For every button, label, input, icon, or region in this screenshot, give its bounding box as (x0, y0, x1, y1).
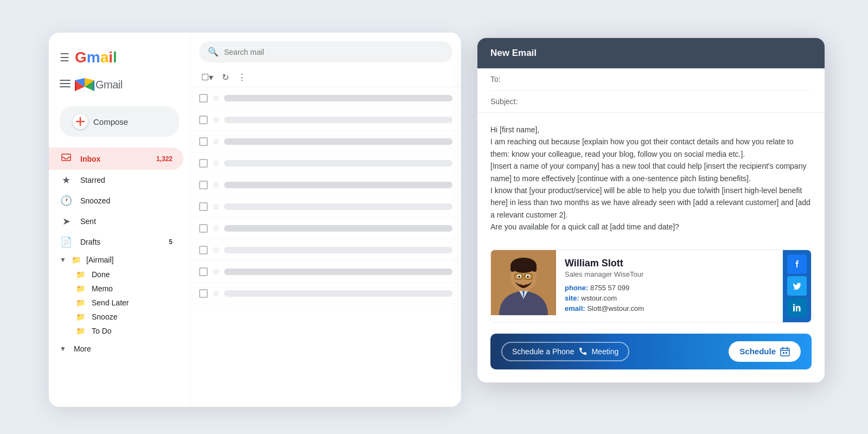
email-preview (224, 95, 452, 101)
star-icon[interactable]: ☆ (212, 245, 220, 255)
starred-icon: ★ (60, 174, 73, 186)
table-row[interactable]: ☆ (190, 131, 461, 152)
linkedin-button[interactable] (787, 298, 807, 317)
airmail-folder-icon: 📁 (72, 256, 81, 264)
sidebar-item-drafts[interactable]: 📄 Drafts 5 (49, 232, 183, 252)
email-checkbox[interactable] (199, 116, 208, 124)
gmail-logo: Gmail (75, 77, 123, 92)
table-row[interactable]: ☆ (190, 87, 461, 109)
subject-field: Subject: (490, 91, 812, 112)
svg-rect-7 (510, 265, 515, 272)
email-list: ☆ ☆ ☆ ☆ ☆ ☆ ☆ ☆ ☆ ☆ (190, 87, 461, 407)
select-all-button[interactable]: ☐▾ (199, 70, 215, 85)
star-icon[interactable]: ☆ (212, 136, 220, 146)
to-label: To: (490, 75, 523, 84)
schedule-button[interactable]: Schedule (729, 341, 801, 362)
sidebar-item-more[interactable]: ▼ More (49, 340, 183, 358)
svg-rect-0 (60, 80, 71, 81)
sidebar-item-snoozed[interactable]: 🕐 Snoozed (49, 190, 183, 211)
signature-social (783, 250, 811, 322)
email-checkbox[interactable] (199, 267, 208, 276)
compose-body-text: Hi [first name], I am reaching out becau… (490, 124, 812, 233)
sidebar-item-sent[interactable]: ➤ Sent (49, 211, 183, 232)
svg-rect-1 (60, 83, 71, 84)
star-icon[interactable]: ☆ (212, 266, 220, 277)
svg-point-17 (793, 304, 795, 305)
signature-email: email: Slott@wstour.com (565, 304, 774, 312)
search-input[interactable] (224, 48, 444, 56)
star-icon[interactable]: ☆ (212, 93, 220, 103)
gmail-m-icon: Gmail (75, 49, 117, 66)
gmail-sidebar: ☰ Gmail (49, 33, 190, 407)
compose-button[interactable]: Compose (60, 106, 179, 137)
folder-icon: 📁 (76, 327, 85, 335)
svg-rect-18 (781, 348, 789, 356)
email-preview (224, 160, 452, 167)
email-checkbox[interactable] (199, 159, 208, 168)
sidebar-item-inbox[interactable]: Inbox 1,322 (49, 148, 183, 170)
email-checkbox[interactable] (199, 94, 208, 103)
email-checkbox[interactable] (199, 289, 208, 298)
star-icon[interactable]: ☆ (212, 201, 220, 212)
folder-icon: 📁 (76, 284, 85, 293)
search-bar: 🔍 (190, 33, 461, 68)
subfolder-snooze[interactable]: 📁 Snooze (49, 310, 190, 324)
email-checkbox[interactable] (199, 202, 208, 211)
table-row[interactable]: ☆ (190, 239, 461, 261)
svg-point-12 (527, 276, 529, 278)
search-input-wrap[interactable]: 🔍 (199, 41, 452, 62)
sidebar-item-starred[interactable]: ★ Starred (49, 170, 183, 190)
chevron-down-icon: ▼ (60, 256, 66, 264)
signature-site: site: wstour.com (565, 294, 774, 302)
email-checkbox[interactable] (199, 246, 208, 254)
table-row[interactable]: ☆ (190, 152, 461, 174)
star-icon[interactable]: ☆ (212, 223, 220, 233)
star-icon[interactable]: ☆ (212, 288, 220, 298)
airmail-folder-header[interactable]: ▼ 📁 [Airmail] (49, 252, 190, 267)
hamburger-menu-icon[interactable] (60, 78, 71, 91)
folder-icon: 📁 (76, 298, 85, 307)
to-field: To: (490, 68, 812, 91)
table-row[interactable]: ☆ (190, 261, 461, 283)
twitter-button[interactable] (787, 276, 807, 296)
gmail-panel: ☰ Gmail (49, 33, 461, 407)
more-options-button[interactable]: ⋮ (235, 70, 248, 85)
email-checkbox[interactable] (199, 181, 208, 189)
schedule-phone-button[interactable]: Schedule a Phone Meeting (501, 342, 629, 361)
compose-body[interactable]: Hi [first name], I am reaching out becau… (477, 113, 825, 244)
table-row[interactable]: ☆ (190, 283, 461, 304)
to-input[interactable] (527, 75, 812, 84)
refresh-button[interactable]: ↻ (220, 70, 231, 85)
email-list-panel: 🔍 ☐▾ ↻ ⋮ ☆ ☆ ☆ ☆ ☆ ☆ ☆ ☆ ☆ ☆ (190, 33, 461, 407)
snoozed-icon: 🕐 (60, 195, 73, 207)
star-icon[interactable]: ☆ (212, 158, 220, 168)
star-icon[interactable]: ☆ (212, 180, 220, 190)
sidebar-header: ☰ Gmail (49, 43, 190, 77)
email-preview (224, 290, 452, 297)
signature-photo (491, 250, 556, 315)
compose-plus-icon (73, 114, 88, 129)
subject-input[interactable] (527, 97, 812, 106)
subject-label: Subject: (490, 97, 523, 106)
email-checkbox[interactable] (199, 224, 208, 233)
subfolder-todo[interactable]: 📁 To Do (49, 324, 190, 338)
compose-panel: New Email To: Subject: Hi [first name], … (477, 38, 825, 382)
subfolder-done[interactable]: 📁 Done (49, 267, 190, 282)
table-row[interactable]: ☆ (190, 109, 461, 131)
compose-fields: To: Subject: (477, 68, 825, 113)
sent-icon: ➤ (60, 215, 73, 227)
table-row[interactable]: ☆ (190, 218, 461, 239)
table-row[interactable]: ☆ (190, 174, 461, 196)
hamburger-icon[interactable]: ☰ (60, 51, 69, 64)
signature-name: William Slott (565, 258, 774, 269)
svg-rect-23 (786, 352, 787, 354)
subfolder-send-later[interactable]: 📁 Send Later (49, 296, 190, 310)
subfolder-memo[interactable]: 📁 Memo (49, 282, 190, 296)
facebook-button[interactable] (787, 254, 807, 274)
email-checkbox[interactable] (199, 137, 208, 146)
table-row[interactable]: ☆ (190, 196, 461, 218)
star-icon[interactable]: ☆ (212, 114, 220, 125)
svg-rect-8 (532, 265, 537, 272)
signature-info: William Slott Sales manager WiseTour pho… (556, 250, 783, 322)
svg-point-11 (518, 276, 520, 278)
